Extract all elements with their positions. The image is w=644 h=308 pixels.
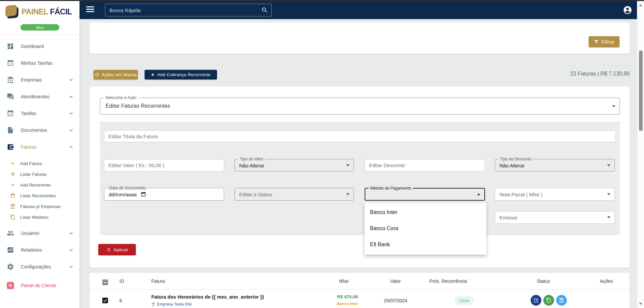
row-id: 6 [119,298,122,303]
submenu-listar-faturas[interactable]: Listar Faturas [0,169,79,179]
submenu-add-fatura[interactable]: Add Fatura [0,158,79,169]
sidebar-item-label: Faturas [21,144,69,150]
action-select-label: Selecione a Ação [104,95,138,100]
invoice-title-input[interactable] [104,131,615,142]
chart-icon [7,246,14,254]
table-header-divider [90,289,630,290]
quick-search [105,4,272,16]
edit-status-placeholder: Editar o Status [239,192,272,197]
search-icon[interactable] [261,7,268,13]
bank-invoice-button[interactable] [556,295,567,306]
chevron-down-icon [69,94,73,99]
menu-option-banco-cora[interactable]: Banco Cora [365,220,486,237]
chevron-down-icon [69,128,73,133]
page-scrollbar [637,1,644,308]
edit-discount-input[interactable] [365,159,485,171]
sidebar-nav: Dashboard Minhas Tarefas Empresas Atendi… [0,38,79,294]
duplicate-invoice-button[interactable] [543,295,554,306]
bank-icon [151,302,155,306]
column-header-valor: Valor [390,278,401,284]
submenu-add-recorrente[interactable]: Add Recorrente [0,179,79,190]
sidebar-item-minhas-tarefas[interactable]: Minhas Tarefas [0,55,79,71]
discount-type-value: Não Alterar [499,162,525,168]
apply-button[interactable]: Aplicar [98,244,136,255]
menu-option-banco-inter[interactable]: Banco Inter [365,204,486,220]
select-all-checkbox[interactable] [102,279,108,285]
sidebar-item-usuarios[interactable]: Usuários [0,225,79,242]
payment-method-label: Método de Pagamento [369,186,413,191]
add-recurring-charge-button[interactable]: + Add Cobrança Recorrente [145,70,217,80]
sidebar: PAINEL FÁCIL Ativo Dashboard Minhas Tare… [0,1,79,308]
due-date-label: Data de Vencimento [108,186,147,190]
value-type-select[interactable]: Tipo do Valor Não Alterar [234,159,354,171]
chevron-down-icon [69,78,73,82]
sidebar-item-label: Relatórios [21,247,69,253]
sidebar-item-relatorios[interactable]: Relatórios [0,242,79,258]
issuer-select[interactable]: Emissor [495,211,615,224]
row-checkbox[interactable] [102,298,108,303]
sidebar-item-label: Minhas Tarefas [21,60,73,66]
action-select-value: Editar Faturas Recorrentes [106,103,170,109]
brand-logo[interactable]: PAINEL FÁCIL [5,4,72,19]
copy-icon [546,298,551,303]
window-top-strip [0,0,644,1]
submenu-label: Listar Modelos [20,215,49,220]
plus-icon [10,182,15,188]
submenu-label: Faturas p/ Empresas [20,204,61,209]
chevron-down-icon [69,231,73,236]
sidebar-item-configuracoes[interactable]: Configurações [0,258,79,275]
row-status-badge: Ativa [455,296,474,305]
chat-icon [7,93,14,100]
scroll-down-arrow-icon[interactable] [639,303,642,305]
funnel-icon [594,39,599,44]
submenu-listar-modelos[interactable]: Listar Modelos [0,212,79,222]
chevron-down-icon [346,164,350,166]
nfse-placeholder: Nota Fiscal ( Nfse ) [499,192,542,197]
nfse-select[interactable]: Nota Fiscal ( Nfse ) [495,188,615,201]
submenu-listar-recorrentes[interactable]: Listar Recorrentes [0,190,79,201]
column-header-prox-recorrencia: Próx. Recorrência [429,278,467,284]
sidebar-item-label: Atendimentos [21,94,69,99]
edit-status-select[interactable]: Editar o Status [234,188,354,201]
submenu-label: Add Fatura [20,161,42,166]
discount-type-select[interactable]: Tipo do Desconto Não Alterar [495,159,615,171]
edit-value-input[interactable] [104,159,224,171]
main-content: Filtrar Ações em Massa + Add Cobrança Re… [79,19,637,308]
payment-method-select[interactable]: Método de Pagamento [365,188,485,201]
invoices-summary: 22 Faturas | R$ 7.130,99 [570,71,630,77]
hamburger-menu-button[interactable] [86,6,94,13]
sidebar-item-label: Dashboard [21,44,73,49]
bank-icon [559,298,564,303]
menu-option-efi-bank[interactable]: Efi Bank [365,237,486,253]
sidebar-item-dashboard[interactable]: Dashboard [0,38,79,55]
sidebar-item-faturas[interactable]: Faturas [0,139,79,155]
sidebar-item-documentos[interactable]: Documentos [0,122,79,139]
app-window: PAINEL FÁCIL Ativo Dashboard Minhas Tare… [0,0,644,308]
sidebar-item-tarefas[interactable]: Tarefas [0,105,79,122]
row-company[interactable]: Empresa Teste 004 [151,302,192,307]
dashboard-icon [7,43,14,50]
edit-invoice-button[interactable] [531,295,541,306]
bulk-actions-button[interactable]: Ações em Massa [94,70,138,80]
action-select[interactable]: Selecione a Ação Editar Faturas Recorren… [100,98,620,115]
calendar-icon[interactable] [141,192,146,197]
due-date-field[interactable]: Data de Vencimento dd/mm/aaaa [104,188,224,201]
sidebar-item-atendimentos[interactable]: Atendimentos [0,88,79,105]
submenu-label: Add Recorrente [20,183,51,188]
sidebar-item-painel-do-cliente[interactable]: Painel do Cliente [0,277,79,294]
search-input[interactable] [105,7,261,13]
bulk-edit-panel: Tipo do Valor Não Alterar Tipo do Descon… [100,121,620,235]
scroll-up-arrow-icon[interactable] [639,4,642,6]
brand-title: PAINEL FÁCIL [21,7,72,16]
invoice-table: ID Fatura Nfse Valor Próx. Recorrência S… [90,273,630,308]
sidebar-item-label: Configurações [21,264,69,269]
scrollbar-thumb[interactable] [639,50,643,131]
row-invoice-title[interactable]: Fatura dos Honorários de {{ mes_ano_ante… [151,294,264,300]
sidebar-item-empresas[interactable]: Empresas [0,71,79,88]
filter-button[interactable]: Filtrar [589,36,620,47]
column-header-id: ID [119,278,124,284]
bank-icon [10,204,15,209]
chevron-up-icon [477,193,480,195]
account-circle-icon[interactable] [623,5,632,15]
submenu-faturas-empresas[interactable]: Faturas p/ Empresas [0,201,79,212]
